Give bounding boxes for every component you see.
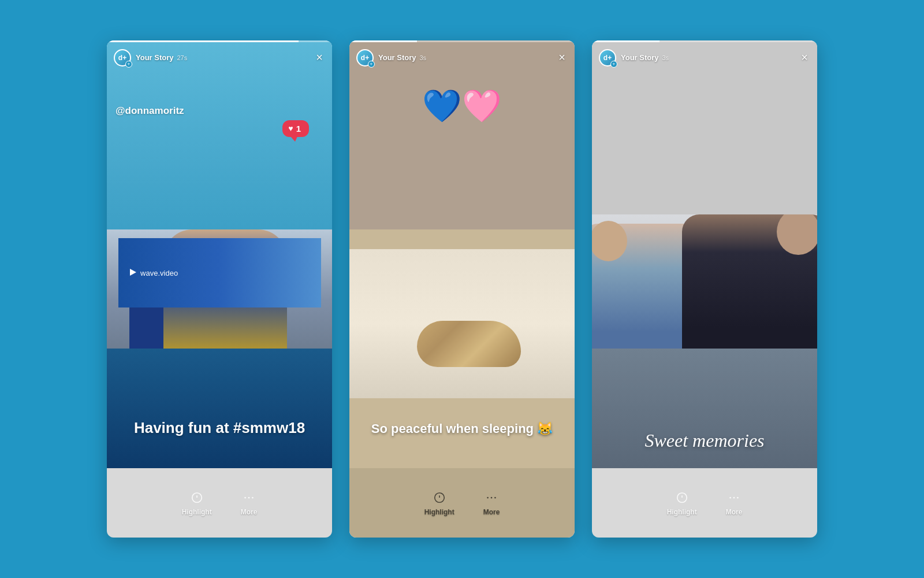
svg-point-10 bbox=[733, 497, 735, 498]
highlight-button-2[interactable]: Highlight bbox=[424, 490, 454, 516]
highlight-icon-1 bbox=[189, 490, 205, 506]
more-button-1[interactable]: More bbox=[241, 490, 258, 516]
svg-point-1 bbox=[244, 497, 246, 498]
story-meta-3: Your Story 3s bbox=[621, 53, 799, 62]
story3-header: d+ + Your Story 3s × bbox=[592, 45, 817, 70]
close-button-3[interactable]: × bbox=[799, 49, 810, 66]
svg-point-5 bbox=[487, 497, 489, 498]
highlight-button-1[interactable]: Highlight bbox=[182, 490, 212, 516]
like-badge: 1 bbox=[282, 120, 309, 137]
svg-point-3 bbox=[252, 497, 254, 498]
story2-header: d+ + Your Story 3s × bbox=[349, 45, 575, 70]
story-title-group-2: Your Story 3s bbox=[378, 53, 426, 62]
story-meta-2: Your Story 3s bbox=[378, 53, 556, 62]
progress-fill-2 bbox=[349, 40, 417, 42]
more-label-2: More bbox=[483, 508, 500, 516]
svg-point-2 bbox=[248, 497, 250, 498]
plus-badge-1: + bbox=[125, 61, 132, 68]
story-title-group-1: Your Story 27s bbox=[136, 53, 187, 62]
story-card-3[interactable]: Sweet memories d+ + Your Story 3s × High… bbox=[592, 40, 817, 538]
story2-caption: So peaceful when sleeping 😹 bbox=[349, 420, 575, 438]
cat-bed bbox=[349, 249, 575, 398]
progress-fill-3 bbox=[592, 40, 660, 42]
story3-actions: Highlight More bbox=[592, 468, 817, 538]
progress-bar-3 bbox=[592, 40, 817, 42]
story2-actions: Highlight More bbox=[349, 468, 575, 538]
story-time-3: 3s bbox=[662, 54, 669, 61]
svg-point-9 bbox=[729, 497, 731, 498]
progress-bar-1 bbox=[107, 40, 332, 42]
more-label-1: More bbox=[241, 508, 258, 516]
story-title-2: Your Story bbox=[378, 53, 416, 62]
highlight-label-2: Highlight bbox=[424, 508, 454, 516]
highlight-label-3: Highlight bbox=[667, 508, 697, 516]
more-button-3[interactable]: More bbox=[726, 490, 743, 516]
highlight-icon-3 bbox=[674, 490, 690, 506]
more-icon-1 bbox=[241, 490, 257, 506]
svg-point-7 bbox=[494, 497, 496, 498]
mention-tag: @donnamoritz bbox=[116, 105, 184, 117]
highlight-label-1: Highlight bbox=[182, 508, 212, 516]
story-title-3: Your Story bbox=[621, 53, 659, 62]
story-title-group-3: Your Story 3s bbox=[621, 53, 669, 62]
booth-display: wave.video bbox=[118, 238, 321, 307]
highlight-icon-2 bbox=[431, 490, 448, 506]
highlight-button-3[interactable]: Highlight bbox=[667, 490, 697, 516]
more-icon-3 bbox=[726, 490, 742, 506]
close-button-2[interactable]: × bbox=[556, 49, 568, 66]
svg-point-11 bbox=[737, 497, 739, 498]
like-count: 1 bbox=[296, 124, 301, 134]
story-time-2: 3s bbox=[420, 54, 427, 61]
plus-badge-3: + bbox=[610, 61, 617, 68]
story1-caption: Having fun at #smmw18 bbox=[107, 418, 332, 438]
plus-badge-2: + bbox=[368, 61, 375, 68]
avatar-wrap-1: d+ + bbox=[114, 49, 131, 66]
more-label-3: More bbox=[726, 508, 743, 516]
cat-figure bbox=[417, 321, 521, 367]
face-left bbox=[592, 221, 627, 261]
more-icon-2 bbox=[483, 490, 500, 506]
story3-caption: Sweet memories bbox=[592, 429, 817, 453]
story-card-2[interactable]: 💙🩷 So peaceful when sleeping 😹 d+ + Your… bbox=[349, 40, 575, 538]
story1-actions: Highlight More bbox=[107, 468, 332, 538]
story-meta-1: Your Story 27s bbox=[136, 53, 314, 62]
avatar-wrap-3: d+ + bbox=[599, 49, 616, 66]
more-button-2[interactable]: More bbox=[483, 490, 500, 516]
heart-emoji: 💙🩷 bbox=[422, 90, 502, 122]
story-card-1[interactable]: @donnamoritz 1 wave.video Having fun at … bbox=[107, 40, 332, 538]
story1-bottom bbox=[107, 349, 332, 468]
progress-bar-2 bbox=[349, 40, 575, 42]
story-title-1: Your Story bbox=[136, 53, 174, 62]
story1-header: d+ + Your Story 27s × bbox=[107, 45, 332, 70]
progress-fill-1 bbox=[107, 40, 299, 42]
close-button-1[interactable]: × bbox=[314, 49, 325, 66]
story-time-1: 27s bbox=[177, 54, 188, 61]
wave-logo-text: wave.video bbox=[130, 269, 178, 277]
face-right bbox=[777, 214, 818, 255]
story1-top-bg bbox=[107, 40, 332, 249]
avatar-wrap-2: d+ + bbox=[356, 49, 374, 66]
svg-point-6 bbox=[491, 497, 493, 498]
